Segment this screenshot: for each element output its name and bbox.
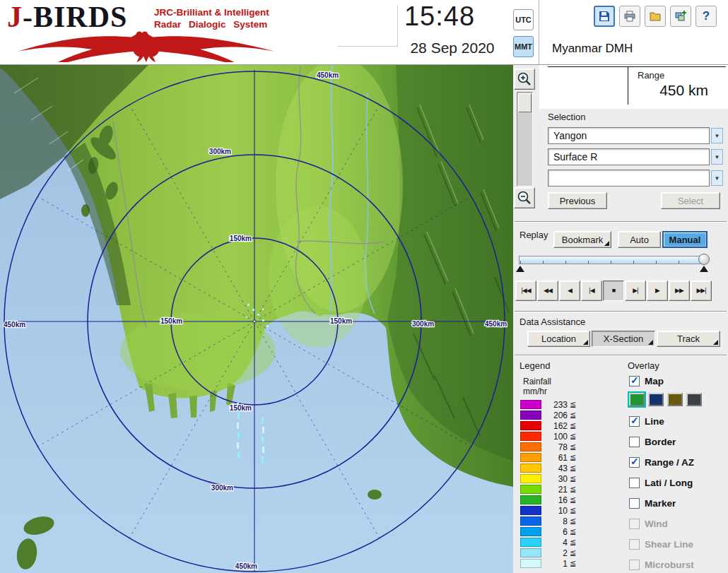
clock-time: 15:48: [400, 1, 479, 32]
help-button[interactable]: ?: [695, 6, 717, 27]
legend-color-swatch: [520, 400, 541, 409]
legend-color-swatch: [520, 463, 541, 473]
mmt-button[interactable]: MMT: [513, 36, 534, 57]
legend-row: 162≦: [520, 420, 576, 431]
utc-button[interactable]: UTC: [513, 9, 534, 30]
zoom-out-button[interactable]: [514, 187, 535, 208]
location-button[interactable]: Location: [527, 331, 590, 347]
site-select-arrow[interactable]: ▼: [711, 128, 723, 143]
selection-label: Selection: [548, 112, 585, 122]
overlay-item-map[interactable]: Map: [629, 374, 664, 387]
station-title: Myanmar DMH: [552, 42, 633, 56]
legend-label: Legend: [519, 360, 550, 371]
site-combo: Yangon ▼: [548, 127, 723, 144]
map-color-swatch-navy[interactable]: [648, 393, 664, 406]
checkbox[interactable]: [629, 457, 640, 468]
stop-button[interactable]: ■: [603, 280, 624, 301]
legend-lte: ≦: [570, 442, 576, 451]
auto-button[interactable]: Auto: [618, 231, 661, 248]
step-back-button[interactable]: |◀: [581, 280, 602, 301]
legend-lte: ≦: [570, 432, 576, 441]
ring-label: 300km: [412, 320, 434, 328]
legend-lte: ≦: [570, 516, 576, 526]
legend-color-swatch: [520, 506, 541, 515]
checkbox[interactable]: [629, 478, 640, 488]
logo-birds: -BIRDS: [23, 1, 127, 33]
checkbox[interactable]: [629, 376, 640, 386]
play-button[interactable]: ▶: [647, 280, 668, 301]
legend-row: 16≦: [520, 495, 576, 505]
legend-color-swatch: [520, 516, 541, 526]
app-logo: J-BIRDS: [7, 0, 127, 34]
manual-button[interactable]: Manual: [662, 231, 708, 248]
legend-lte: ≦: [570, 400, 576, 409]
zoom-slider-thumb[interactable]: [518, 93, 532, 112]
extra-select-arrow[interactable]: ▼: [711, 170, 723, 186]
fast-rewind-button[interactable]: ◀◀: [537, 280, 558, 301]
legend-row: 4≦: [520, 537, 576, 548]
print-button[interactable]: [619, 6, 640, 27]
ring-label: 300km: [211, 484, 233, 492]
product-combo: Surface R ▼: [548, 148, 723, 165]
data-assistance-label: Data Assistance: [519, 317, 585, 327]
previous-button[interactable]: Previous: [548, 192, 607, 209]
legend-value: 78: [548, 442, 568, 452]
legend-value: 16: [548, 495, 568, 505]
xsection-button[interactable]: X-Section: [592, 331, 655, 347]
legend-lte: ≦: [570, 527, 576, 536]
checkbox[interactable]: [629, 498, 640, 509]
legend-value: 30: [548, 474, 568, 484]
map-color-swatch-gray[interactable]: [686, 393, 702, 406]
map-color-swatch-olive[interactable]: [667, 393, 683, 406]
play-reverse-button[interactable]: ◀: [559, 280, 580, 301]
legend-row: 233≦: [520, 399, 576, 410]
overlay-item-lati-long[interactable]: Lati / Long: [629, 476, 693, 489]
replay-slider-thumb[interactable]: [698, 254, 710, 265]
legend-row: 43≦: [520, 463, 576, 473]
select-button[interactable]: Select: [661, 192, 720, 209]
eagle-logo-icon: [8, 31, 276, 62]
replay-timeline-ticks: [520, 261, 703, 264]
legend-value: 2: [548, 548, 568, 558]
site-select[interactable]: Yangon: [548, 127, 710, 144]
magnifier-minus-icon: [517, 190, 532, 206]
product-select[interactable]: Surface R: [548, 148, 710, 165]
overlay-item-range-az[interactable]: Range / AZ: [629, 456, 694, 468]
separator: [515, 355, 727, 356]
skip-to-end-button[interactable]: ▶▶|: [691, 280, 712, 301]
checkbox[interactable]: [629, 416, 640, 427]
legend-color-swatch: [520, 485, 541, 494]
zoom-slider[interactable]: [517, 92, 533, 187]
checkbox[interactable]: [629, 437, 640, 447]
range-divider-h: [548, 66, 726, 67]
overlay-item-border[interactable]: Border: [629, 435, 676, 448]
image-plus-icon: [674, 10, 687, 23]
header: J-BIRDS JRC-Brilliant & Intelligent Rada…: [0, 0, 728, 65]
export-image-button[interactable]: [670, 6, 691, 27]
radar-map[interactable]: 450km 300km 150km 150km 300km 450km 450k…: [0, 65, 513, 573]
legend-color-swatch: [520, 410, 541, 420]
overlay-item-marker[interactable]: Marker: [629, 497, 676, 509]
extra-select[interactable]: [548, 170, 710, 187]
step-forward-button[interactable]: ▶|: [625, 280, 646, 301]
legend-value: 100: [548, 432, 568, 442]
floppy-icon: [598, 10, 611, 23]
zoom-in-button[interactable]: [514, 69, 535, 90]
legend-lte: ≦: [570, 538, 576, 547]
save-button[interactable]: [594, 6, 615, 27]
ring-label: 150km: [230, 235, 252, 242]
open-file-button[interactable]: [645, 6, 666, 27]
skip-to-start-button[interactable]: |◀◀: [515, 280, 536, 301]
range-label: Range: [638, 70, 664, 81]
overlay-item-line[interactable]: Line: [629, 415, 664, 427]
timeline-start-marker: [516, 266, 524, 272]
map-color-swatch-green[interactable]: [629, 393, 645, 406]
legend-color-swatch: [520, 432, 541, 441]
printer-icon: [623, 10, 636, 23]
legend-value: 4: [548, 538, 568, 548]
fast-forward-button[interactable]: ▶▶: [669, 280, 690, 301]
track-button[interactable]: Track: [657, 331, 720, 347]
bookmark-button[interactable]: Bookmark: [553, 231, 611, 248]
product-select-arrow[interactable]: ▼: [711, 149, 723, 165]
legend-color-swatch: [520, 527, 541, 536]
